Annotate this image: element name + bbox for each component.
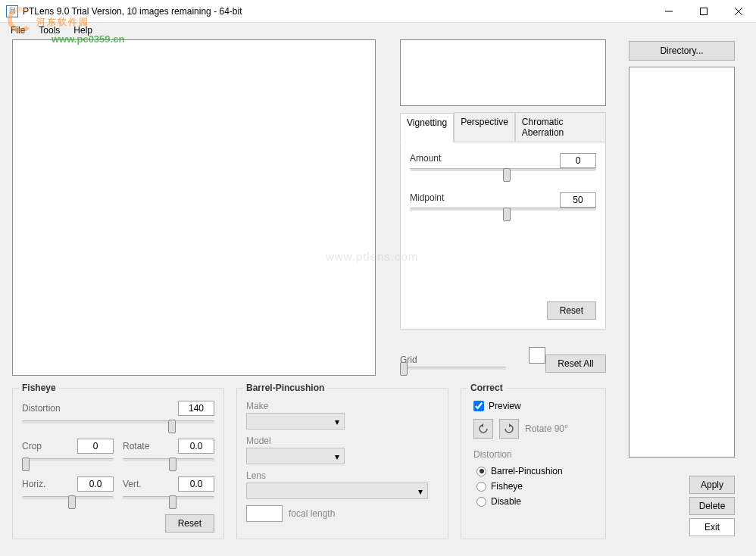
correct-group: Correct Preview Rotate 90° Distortion Ba… <box>461 388 606 539</box>
grid-slider[interactable] <box>400 367 506 370</box>
horiz-input[interactable] <box>77 476 114 492</box>
rotate-cw-icon <box>504 423 514 434</box>
barrel-pincushion-group: Barrel-Pincushion Make ▾ Model ▾ Lens ▾ … <box>236 388 448 539</box>
crop-slider[interactable] <box>22 458 114 470</box>
radio-icon <box>476 497 486 507</box>
midpoint-slider[interactable] <box>410 208 596 220</box>
model-select[interactable]: ▾ <box>246 448 345 464</box>
chevron-down-icon: ▾ <box>335 417 339 427</box>
directory-button[interactable]: Directory... <box>629 41 735 61</box>
rotate-ccw-button[interactable] <box>473 419 493 439</box>
fisheye-title: Fisheye <box>19 383 59 393</box>
radio-icon <box>476 482 486 492</box>
midpoint-input[interactable] <box>560 192 596 208</box>
title-bar: 回 PTLens 9.0 Trial Version, 10 images re… <box>0 0 756 23</box>
rotate-ccw-icon <box>478 423 489 434</box>
barrel-title: Barrel-Pincushion <box>243 383 327 393</box>
preview-label: Preview <box>489 401 521 411</box>
preview-large <box>12 39 376 376</box>
amount-label: Amount <box>410 153 455 164</box>
rotate-label: Rotate <box>123 441 168 451</box>
menu-help[interactable]: Help <box>67 23 98 37</box>
vert-input[interactable] <box>178 476 214 492</box>
grid-slider-thumb[interactable] <box>400 362 408 376</box>
chevron-down-icon: ▾ <box>418 486 423 497</box>
fisheye-group: Fisheye Distortion Crop Rotate Horiz. <box>12 388 224 539</box>
maximize-button[interactable] <box>686 0 721 23</box>
rotate-slider[interactable] <box>123 458 214 470</box>
correct-title: Correct <box>467 383 506 393</box>
vignetting-reset-button[interactable]: Reset <box>547 301 596 320</box>
exit-button[interactable]: Exit <box>689 518 735 536</box>
close-button[interactable] <box>721 0 756 23</box>
amount-input[interactable] <box>560 153 596 168</box>
preview-checkbox[interactable] <box>473 401 484 411</box>
horiz-label: Horiz. <box>22 479 67 489</box>
vert-label: Vert. <box>123 479 168 489</box>
rotate-cw-button[interactable] <box>499 419 519 439</box>
crop-input[interactable] <box>77 439 114 454</box>
make-label: Make <box>246 401 439 411</box>
fisheye-distortion-input[interactable] <box>178 401 214 416</box>
chevron-down-icon: ▾ <box>335 451 339 462</box>
radio-icon <box>476 467 486 476</box>
fisheye-reset-button[interactable]: Reset <box>165 514 214 533</box>
lens-select[interactable]: ▾ <box>246 483 428 499</box>
preview-small <box>400 39 606 106</box>
menu-tools[interactable]: Tools <box>33 23 66 37</box>
crop-label: Crop <box>22 441 67 451</box>
delete-button[interactable]: Delete <box>689 497 735 515</box>
grid-color-swatch[interactable] <box>529 347 545 364</box>
focal-length-input[interactable] <box>246 505 283 522</box>
fisheye-distortion-slider[interactable] <box>22 420 214 433</box>
minimize-button[interactable] <box>651 0 686 23</box>
tab-perspective[interactable]: Perspective <box>454 112 515 142</box>
midpoint-label: Midpoint <box>410 192 455 203</box>
tab-vignetting[interactable]: Vignetting <box>400 113 454 142</box>
correct-distortion-label: Distortion <box>473 449 596 460</box>
radio-barrel-pincushion: Barrel-Pincushion <box>476 466 596 476</box>
correction-tabs: Vignetting Perspective Chromatic Aberrat… <box>400 112 606 321</box>
app-icon: 回 <box>6 5 18 17</box>
reset-all-button[interactable]: Reset All <box>545 355 606 373</box>
focal-length-label: focal length <box>289 508 335 519</box>
amount-slider[interactable] <box>410 168 596 180</box>
vert-slider[interactable] <box>123 496 214 508</box>
distortion-label: Distortion <box>22 403 67 414</box>
menu-bar: File Tools Help <box>0 23 756 38</box>
window-title: PTLens 9.0 Trial Version, 10 images rema… <box>23 6 651 17</box>
lens-label: Lens <box>246 470 439 481</box>
horiz-slider[interactable] <box>22 496 114 508</box>
tab-chromatic-aberration[interactable]: Chromatic Aberration <box>515 112 606 142</box>
svg-rect-1 <box>701 8 708 14</box>
radio-fisheye[interactable]: Fisheye <box>476 481 596 492</box>
make-select[interactable]: ▾ <box>246 413 345 429</box>
model-label: Model <box>246 436 439 446</box>
radio-disable[interactable]: Disable <box>476 496 596 507</box>
apply-button[interactable]: Apply <box>689 476 735 494</box>
rotate-input[interactable] <box>178 439 214 454</box>
file-list[interactable] <box>629 67 735 458</box>
rotate-90-label: Rotate 90° <box>525 423 568 434</box>
menu-file[interactable]: File <box>5 23 31 37</box>
